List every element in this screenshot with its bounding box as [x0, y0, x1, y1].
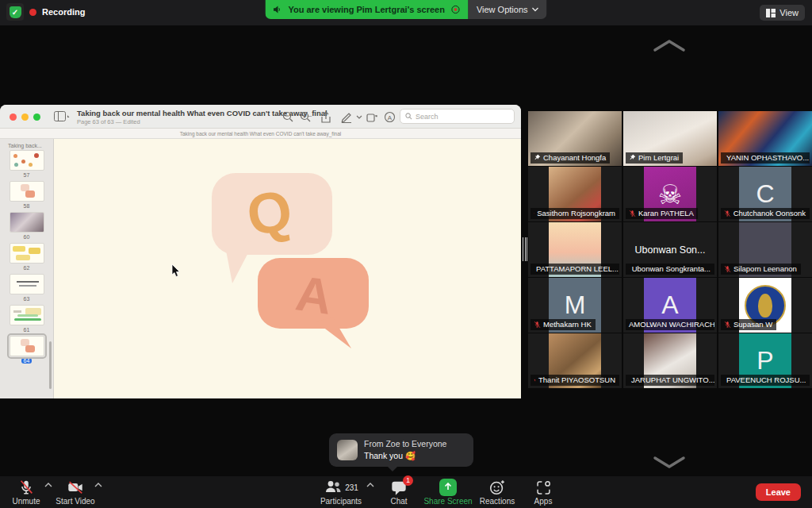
- camera-off-icon: [66, 479, 85, 496]
- svg-text:A: A: [388, 114, 393, 121]
- mic-muted-icon: [629, 210, 636, 217]
- participant-name-label: AMOLWAN WACHIRACH...: [626, 319, 714, 330]
- participant-name-label: YANIN OPHASTHAVO...: [721, 152, 810, 164]
- recording-label: Recording: [42, 7, 85, 17]
- participant-name-label: PAVEENUCH ROJSU...: [721, 375, 810, 386]
- view-options-dropdown[interactable]: View Options: [469, 0, 547, 19]
- leave-button[interactable]: Leave: [756, 483, 801, 501]
- security-shield-icon[interactable]: ✓: [6, 3, 24, 21]
- recording-dot-icon: [29, 9, 36, 16]
- chat-notification-message: Thank you 🥰: [364, 451, 446, 461]
- mic-muted-icon: [534, 376, 536, 384]
- rotate-icon[interactable]: [366, 111, 378, 123]
- chat-sender-avatar: [337, 440, 358, 460]
- search-icon: [405, 113, 412, 120]
- share-screen-button[interactable]: Share Screen: [420, 479, 476, 506]
- page-thumbnail[interactable]: 63: [9, 274, 45, 302]
- meeting-toolbar: Unmute Start Video 231 Participants 1 Ch…: [0, 476, 812, 508]
- participant-tile[interactable]: Pim Lertgrai: [623, 111, 717, 166]
- participant-tile[interactable]: JARUPHAT UNGWITO...: [623, 333, 717, 388]
- mouse-cursor: [171, 264, 181, 278]
- participant-tile[interactable]: MMethakarn HK: [528, 278, 622, 333]
- slide-canvas: Q A: [54, 139, 521, 398]
- participant-tile[interactable]: PATTAMAPORN LEEL...: [528, 222, 622, 277]
- view-button[interactable]: View: [760, 5, 805, 21]
- page-thumbnail[interactable]: 64: [9, 336, 45, 364]
- recording-indicator: ✓ Recording: [6, 3, 85, 21]
- zoom-window-button[interactable]: [33, 114, 40, 121]
- chat-notification-title: From Zoe to Everyone: [364, 439, 446, 448]
- participant-tile[interactable]: CChutchanok Oonsonk: [718, 167, 812, 221]
- participant-name-label: Sasithorn Rojsongkram: [530, 208, 619, 219]
- participant-name-label: Supasan W: [721, 319, 776, 330]
- share-icon[interactable]: [320, 111, 331, 124]
- page-thumbnail[interactable]: 62: [9, 243, 45, 271]
- participant-tile[interactable]: Ubonwan Son...Ubonwan Songkranta...: [623, 222, 717, 277]
- annotate-icon[interactable]: A: [384, 111, 396, 123]
- chat-unread-badge: 1: [403, 475, 413, 486]
- qa-slide-graphic: Q A: [54, 139, 521, 398]
- video-options-caret[interactable]: [94, 483, 102, 487]
- mic-muted-icon: [17, 479, 35, 496]
- record-dot-icon: [451, 5, 461, 14]
- screen-share-banner: You are viewing Pim Lertgrai's screen Vi…: [265, 0, 546, 19]
- panel-drag-handle[interactable]: [523, 237, 527, 261]
- pin-icon: [629, 154, 636, 161]
- participant-name-label: Chutchanok Oonsonk: [721, 208, 810, 219]
- zoom-out-icon[interactable]: [282, 111, 294, 123]
- apps-button[interactable]: Apps: [515, 479, 571, 506]
- mic-muted-icon: [629, 265, 630, 273]
- markup-pencil-icon[interactable]: [340, 111, 353, 124]
- participants-icon: [324, 479, 343, 495]
- chat-notification[interactable]: From Zoe to Everyone Thank you 🥰: [329, 433, 473, 467]
- sidebar-toggle-icon[interactable]: [54, 111, 71, 122]
- participant-tile[interactable]: Chayanant Hongfa: [528, 111, 622, 166]
- participant-name-label: Pim Lertgrai: [626, 152, 683, 164]
- page-thumbnail[interactable]: 57: [9, 150, 45, 178]
- top-bar: ✓ Recording You are viewing Pim Lertgrai…: [0, 0, 812, 25]
- thumbnails-sidebar: Taking back... 57586062636164: [0, 139, 54, 398]
- mic-muted-icon: [534, 210, 534, 217]
- participant-tile[interactable]: YANIN OPHASTHAVO...: [718, 111, 812, 166]
- thumbnail-list: 57586062636164: [0, 150, 53, 364]
- participant-name-label: Ubonwan Songkranta...: [626, 264, 714, 275]
- collapse-down-chevron[interactable]: [652, 454, 687, 470]
- document-page-status: Page 63 of 63 — Edited: [77, 118, 140, 125]
- participant-tile[interactable]: Silaporn Leenanon: [718, 222, 812, 277]
- zoom-meeting-window: ✓ Recording You are viewing Pim Lertgrai…: [0, 0, 812, 508]
- sidebar-scrollbar[interactable]: [49, 341, 52, 389]
- sidebar-header: Taking back...: [0, 139, 53, 150]
- participant-name-label: Karan PATHELA: [626, 208, 698, 219]
- close-window-button[interactable]: [10, 114, 17, 121]
- zoom-in-icon[interactable]: [300, 111, 312, 123]
- mic-muted-icon: [724, 265, 731, 273]
- speaker-icon: [272, 5, 282, 14]
- apps-icon: [535, 479, 552, 496]
- participant-tile[interactable]: AAMOLWAN WACHIRACH...: [623, 278, 717, 333]
- participant-name-label: JARUPHAT UNGWITO...: [626, 375, 714, 386]
- page-thumbnail[interactable]: 58: [9, 181, 45, 209]
- pin-icon: [534, 154, 541, 161]
- shared-screen-preview-window: Taking back our mental health What even …: [0, 105, 521, 398]
- participant-tile[interactable]: ☠Karan PATHELA: [623, 167, 717, 221]
- participant-grid: Chayanant HongfaPim LertgraiYANIN OPHAST…: [528, 111, 812, 388]
- participant-tile[interactable]: Sasithorn Rojsongkram: [528, 167, 622, 221]
- page-thumbnail[interactable]: 60: [9, 212, 45, 240]
- chevron-down-icon: [532, 7, 539, 12]
- participant-tile[interactable]: Thanit PIYAOSOTSUN: [528, 333, 622, 388]
- document-tab[interactable]: Taking back our mental health What even …: [0, 129, 521, 139]
- markup-chevron-icon[interactable]: [356, 115, 362, 120]
- search-input[interactable]: Search: [400, 109, 515, 124]
- participants-button[interactable]: 231 Participants: [313, 479, 369, 506]
- participant-name-label: Chayanant Hongfa: [530, 152, 610, 164]
- share-screen-icon: [439, 479, 457, 496]
- chat-button[interactable]: 1 Chat: [371, 479, 427, 506]
- grid-view-icon: [766, 9, 776, 17]
- participant-tile[interactable]: Supasan W: [718, 278, 812, 333]
- page-thumbnail[interactable]: 61: [9, 305, 45, 333]
- participant-tile[interactable]: PPAVEENUCH ROJSU...: [718, 333, 812, 388]
- participant-name-label: PATTAMAPORN LEEL...: [530, 264, 619, 275]
- participant-name-label: Thanit PIYAOSOTSUN: [530, 375, 619, 386]
- collapse-up-chevron[interactable]: [652, 38, 687, 54]
- minimize-window-button[interactable]: [21, 114, 29, 121]
